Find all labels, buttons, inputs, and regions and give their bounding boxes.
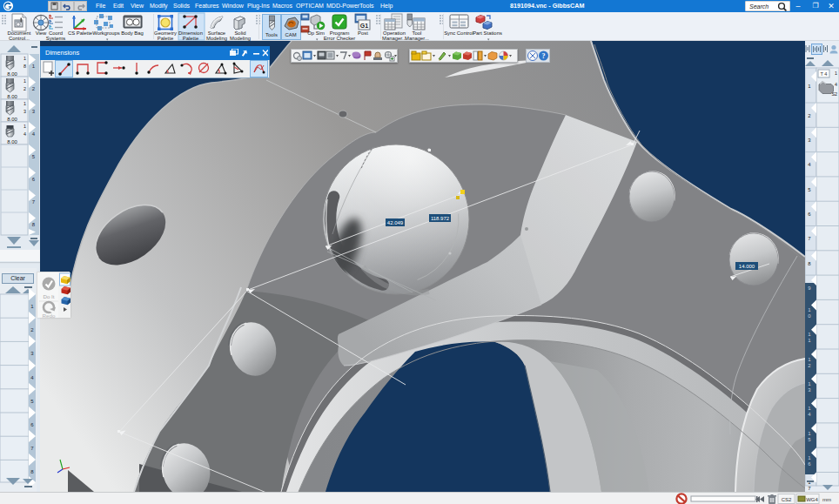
svg-text:Body Bag: Body Bag [121,30,144,36]
svg-text:Document: Document [8,30,31,36]
svg-text:8.00: 8.00 [7,94,17,99]
svg-text:Coord: Coord [49,30,63,36]
svg-text:Op Sim: Op Sim [307,30,325,36]
svg-text:42.049: 42.049 [387,220,404,225]
svg-text:Modeling: Modeling [206,36,227,41]
svg-text:Sync Control: Sync Control [444,30,473,36]
svg-text:mm: mm [822,497,831,502]
svg-text:Geometry: Geometry [154,30,177,36]
svg-text:3: 3 [23,109,26,114]
svg-text:8: 8 [23,64,26,69]
svg-text:Operation: Operation [383,30,406,36]
svg-text:2: 2 [23,86,26,91]
svg-text:Part Stations: Part Stations [473,30,502,36]
svg-text:4: 4 [23,131,26,137]
svg-text:1: 1 [23,101,26,106]
svg-text:Surface: Surface [208,30,226,36]
svg-text:T 4: T 4 [821,71,828,77]
svg-text:WG4: WG4 [806,497,818,502]
svg-text:Redo: Redo [43,312,56,319]
svg-text:1: 1 [23,124,26,129]
svg-text:Do It: Do It [43,293,54,299]
svg-text:8.00: 8.00 [7,139,17,144]
svg-text:118.972: 118.972 [431,216,450,221]
svg-text:Program: Program [330,30,350,36]
svg-text:1: 1 [835,71,837,76]
svg-text:Modeling: Modeling [230,36,251,41]
svg-text:Post: Post [358,30,368,36]
svg-text:Error Checker: Error Checker [324,36,356,41]
svg-text:Palette: Palette [158,36,174,41]
svg-text:Manager...: Manager... [405,36,429,41]
svg-text:CS2: CS2 [782,497,792,502]
svg-text:Tools: Tools [265,32,278,37]
svg-text:8.00: 8.00 [7,71,17,77]
svg-text:G1: G1 [360,23,368,29]
svg-text:Tool: Tool [413,30,422,36]
svg-text:View: View [36,30,47,36]
svg-text:S2: S2 [831,91,837,97]
svg-text:Dimension: Dimension [178,30,203,36]
svg-text:1: 1 [23,78,26,84]
svg-text:CS Palette: CS Palette [68,30,93,36]
svg-text:1: 1 [23,56,26,61]
svg-text:Solid: Solid [234,30,245,36]
svg-text:Manager...: Manager... [382,36,406,41]
svg-text:CAM: CAM [285,32,296,37]
svg-text:Workgroups: Workgroups [92,30,120,36]
svg-text:4: 4 [835,82,837,87]
svg-text:?: ? [542,52,546,60]
svg-text:8.00: 8.00 [7,117,17,122]
svg-text:14.000: 14.000 [739,264,755,269]
svg-text:Palette: Palette [183,36,199,41]
svg-text:Systems: Systems [46,36,66,41]
